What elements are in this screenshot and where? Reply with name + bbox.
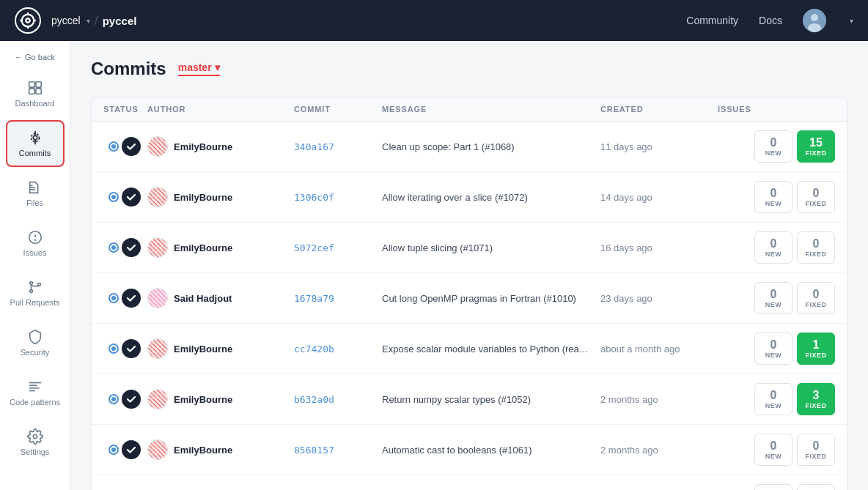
- author-cell: EmilyBourne: [147, 338, 294, 359]
- svg-rect-12: [35, 89, 40, 94]
- table-row[interactable]: EmilyBourne cc7420b Expose scalar module…: [92, 324, 847, 374]
- fixed-issues-badge: 15 FIXED: [797, 130, 835, 163]
- new-issues-badge: 0 NEW: [754, 434, 792, 466]
- logo[interactable]: [15, 7, 41, 34]
- sidebar-item-security[interactable]: Security: [6, 319, 65, 366]
- new-issues-badge: 0 NEW: [754, 181, 792, 213]
- fixed-issues-badge: 1 FIXED: [797, 333, 835, 365]
- sidebar-item-settings[interactable]: Settings: [6, 419, 65, 466]
- sidebar-item-issues[interactable]: Issues: [6, 220, 65, 267]
- issues-cell: 0 NEW 1 FIXED: [718, 333, 835, 365]
- sidebar-item-pull-requests[interactable]: Pull Requests: [6, 270, 65, 316]
- branch-name: master: [178, 62, 212, 73]
- org-chevron[interactable]: ▾: [87, 17, 90, 25]
- timeline-dot: [110, 193, 117, 201]
- author-cell: Said Hadjout: [147, 288, 294, 308]
- org-name[interactable]: pyccel: [51, 15, 81, 26]
- author-name: EmilyBourne: [174, 445, 232, 456]
- branch-chevron: ▾: [215, 62, 220, 73]
- timeline-dot: [110, 345, 117, 352]
- sidebar-item-files[interactable]: Files: [6, 170, 65, 217]
- status-cell: [103, 137, 147, 156]
- svg-rect-37: [148, 188, 168, 207]
- timeline-dot: [110, 396, 117, 403]
- table-body: EmilyBourne 340a167 Clean up scope: Part…: [92, 122, 847, 490]
- svg-point-13: [33, 136, 37, 140]
- sidebar-item-dashboard[interactable]: Dashboard: [6, 70, 65, 117]
- new-issues-badge: 0 NEW: [754, 383, 792, 415]
- status-check: [122, 238, 141, 257]
- author-avatar: [147, 389, 168, 409]
- fixed-issues-badge: 0 FIXED: [797, 484, 835, 490]
- svg-point-31: [33, 434, 37, 439]
- col-author: AUTHOR: [147, 105, 294, 114]
- sidebar-item-code-patterns[interactable]: Code patterns: [6, 369, 65, 416]
- docs-link[interactable]: Docs: [759, 15, 782, 26]
- avatar-chevron[interactable]: ▾: [850, 17, 853, 25]
- commits-table: STATUS AUTHOR COMMIT MESSAGE CREATED ISS…: [91, 97, 847, 490]
- commit-hash[interactable]: b632a0d: [294, 394, 382, 405]
- created-date: 2 months ago: [600, 394, 718, 405]
- back-button[interactable]: ← Go back: [0, 47, 70, 70]
- col-created: CREATED: [600, 105, 718, 114]
- status-cell: [103, 440, 147, 459]
- fixed-issues-badge: 0 FIXED: [797, 231, 835, 264]
- commit-message: Cut long OpenMP pragmas in Fortran (#101…: [382, 293, 600, 304]
- commit-hash[interactable]: 1678a79: [294, 293, 382, 304]
- commit-hash[interactable]: 1306c0f: [294, 192, 382, 203]
- created-date: 11 days ago: [600, 141, 718, 152]
- created-date: 14 days ago: [600, 192, 718, 203]
- new-issues-badge: 0 NEW: [754, 130, 792, 163]
- table-header: STATUS AUTHOR COMMIT MESSAGE CREATED ISS…: [92, 97, 847, 122]
- repo-name[interactable]: pyccel: [103, 15, 137, 27]
- author-cell: EmilyBourne: [147, 136, 294, 157]
- commit-message: Allow tuple slicing (#1071): [382, 242, 600, 253]
- page-title: Commits: [91, 59, 166, 79]
- community-link[interactable]: Community: [686, 15, 738, 26]
- author-cell: EmilyBourne: [147, 237, 294, 258]
- commit-hash[interactable]: 8568157: [294, 445, 382, 456]
- svg-point-23: [29, 282, 32, 285]
- timeline-dot: [110, 446, 117, 453]
- commit-hash[interactable]: 340a167: [294, 141, 382, 152]
- sidebar: ← Go back Dashboard Commits: [0, 41, 70, 490]
- author-avatar: [147, 237, 168, 258]
- author-avatar: [147, 288, 168, 308]
- table-row[interactable]: Said Hadjout 1678a79 Cut long OpenMP pra…: [92, 273, 847, 324]
- author-avatar: [147, 187, 168, 207]
- fixed-issues-badge: 0 FIXED: [797, 434, 835, 466]
- col-commit: COMMIT: [294, 105, 382, 114]
- table-row[interactable]: EmilyBourne 1306c0f Allow iterating over…: [92, 172, 847, 223]
- author-cell: EmilyBourne: [147, 187, 294, 207]
- sidebar-item-commits[interactable]: Commits: [6, 120, 65, 167]
- new-issues-badge: 0 NEW: [754, 333, 792, 365]
- user-avatar[interactable]: [803, 9, 826, 32]
- col-status: STATUS: [103, 105, 147, 114]
- status-check: [122, 390, 141, 409]
- svg-point-0: [22, 15, 34, 27]
- new-issues-badge: 0 NEW: [754, 484, 792, 490]
- issues-cell: 0 NEW 3 FIXED: [718, 383, 835, 415]
- table-row[interactable]: EmilyBourne 2dbc34e Raise error for inco…: [92, 475, 847, 490]
- code-patterns-label: Code patterns: [10, 398, 60, 407]
- table-row[interactable]: EmilyBourne 5072cef Allow tuple slicing …: [92, 223, 847, 273]
- commit-hash[interactable]: cc7420b: [294, 344, 382, 354]
- created-date: 23 days ago: [600, 293, 718, 304]
- table-row[interactable]: EmilyBourne 340a167 Clean up scope: Part…: [92, 122, 847, 172]
- breadcrumb: pyccel ▾ / pyccel: [51, 13, 136, 29]
- col-message: MESSAGE: [382, 105, 600, 114]
- table-row[interactable]: EmilyBourne 8568157 Automatic cast to bo…: [92, 425, 847, 475]
- fixed-issues-badge: 3 FIXED: [797, 383, 835, 415]
- table-row[interactable]: EmilyBourne b632a0d Return numpy scalar …: [92, 374, 847, 425]
- status-cell: [103, 289, 147, 308]
- branch-selector[interactable]: master ▾: [178, 62, 220, 76]
- issues-cell: 0 NEW 15 FIXED: [718, 130, 835, 163]
- commit-hash[interactable]: 5072cef: [294, 242, 382, 253]
- issues-cell: 0 NEW 0 FIXED: [718, 484, 835, 490]
- author-name: EmilyBourne: [174, 344, 232, 354]
- author-name: EmilyBourne: [174, 394, 232, 405]
- status-cell: [103, 339, 147, 358]
- col-issues: ISSUES: [718, 105, 835, 114]
- dashboard-label: Dashboard: [15, 99, 55, 108]
- issues-cell: 0 NEW 0 FIXED: [718, 282, 835, 314]
